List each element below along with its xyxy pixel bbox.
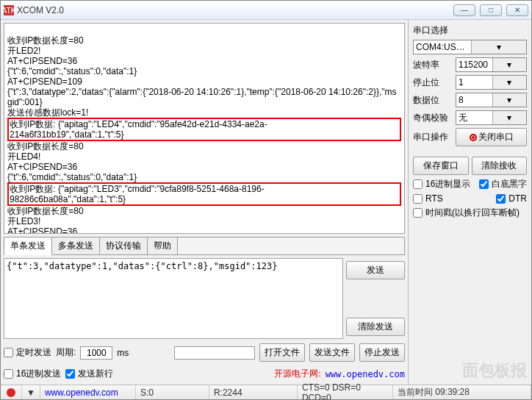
chevron-down-icon: ▾ xyxy=(492,93,527,107)
footer-text: 开源电子网: xyxy=(274,368,320,380)
status-dropdown[interactable]: ▼ xyxy=(22,385,40,399)
chevron-down-icon: ▾ xyxy=(492,111,527,124)
baud-label: 波特率 xyxy=(413,59,451,71)
watermark: 面包板报 xyxy=(462,360,527,382)
status-sent: S:0 xyxy=(136,385,209,399)
app-icon: ATK xyxy=(4,5,14,15)
hex-send-checkbox[interactable]: 16进制发送 xyxy=(4,368,61,380)
log-line: 收到IP数据长度=80 xyxy=(7,206,84,216)
parity-label: 奇偶校验 xyxy=(413,112,451,124)
clear-recv-button[interactable]: 清除接收 xyxy=(472,157,528,175)
timestamp-checkbox[interactable]: 时间戳(以换行回车断帧) xyxy=(413,207,527,219)
log-line: 开LED4! xyxy=(7,151,40,162)
stop-combo[interactable]: 1▾ xyxy=(456,75,527,90)
log-line: {"t":6,"cmdid":,"status":0,"data":1} xyxy=(7,172,137,182)
send-newline-checkbox[interactable]: 发送新行 xyxy=(65,368,113,380)
status-bar: ▼ www.openedv.com S:0 R:2244 CTS=0 DSR=0… xyxy=(1,385,531,399)
record-icon xyxy=(470,134,477,141)
log-line: 收到IP数据长度=80 xyxy=(7,141,84,151)
log-line: 发送传感数据lock=1! xyxy=(7,107,88,118)
hex-display-checkbox[interactable]: 16进制显示 xyxy=(413,178,470,190)
send-file-button[interactable]: 发送文件 xyxy=(309,343,355,362)
tab-multi-send[interactable]: 多条发送 xyxy=(52,238,100,254)
status-time: 当前时间 09:39:28 xyxy=(393,385,531,399)
minimize-button[interactable]: — xyxy=(453,4,475,16)
chevron-down-icon: ▾ xyxy=(471,40,527,54)
highlight-box-1: 收到IP数据: {"apitag":"LED4","cmdid":"95afe4… xyxy=(7,118,401,141)
port-combo[interactable]: COM4:USB-SERIAL CH340▾ xyxy=(413,40,527,54)
log-line: 开LED3! xyxy=(7,216,40,226)
status-recv: R:2244 xyxy=(209,385,298,399)
log-line: 开LED2! xyxy=(7,46,40,56)
log-line: AT+CIPSEND=36 xyxy=(7,56,77,66)
timed-send-checkbox[interactable]: 定时发送 xyxy=(4,346,51,359)
chevron-down-icon: ▾ xyxy=(492,76,527,89)
svg-text:ATK: ATK xyxy=(4,5,14,14)
stop-send-button[interactable]: 停止发送 xyxy=(359,343,405,362)
clear-send-button[interactable]: 清除发送 xyxy=(346,318,405,336)
port-op-button[interactable]: 关闭串口 xyxy=(456,128,527,146)
filepath-input[interactable] xyxy=(174,346,255,360)
log-line: AT+CIPSEND=36 xyxy=(7,226,77,234)
sidebar: 串口选择 COM4:USB-SERIAL CH340▾ 波特率 115200▾ … xyxy=(408,20,531,385)
white-bg-checkbox[interactable]: 白底黑字 xyxy=(479,178,527,190)
data-combo[interactable]: 8▾ xyxy=(456,93,527,107)
baud-combo[interactable]: 115200▾ xyxy=(456,57,527,72)
log-line: AT+CIPSEND=36 xyxy=(7,162,77,172)
maximize-button[interactable]: □ xyxy=(480,4,502,16)
period-unit: ms xyxy=(117,348,129,358)
status-url[interactable]: www.openedv.com xyxy=(40,385,136,399)
send-button[interactable]: 发送 xyxy=(346,261,405,279)
dtr-checkbox[interactable]: DTR xyxy=(496,193,527,204)
save-window-button[interactable]: 保存窗口 xyxy=(413,157,469,175)
log-line: {"t":3,"datatype":2,"datas":{"alarm":{"2… xyxy=(7,87,397,107)
log-line: 收到IP数据长度=80 xyxy=(7,35,84,46)
parity-combo[interactable]: 无▾ xyxy=(456,110,527,125)
tab-protocol[interactable]: 协议传输 xyxy=(100,238,148,254)
tab-bar: 单条发送 多条发送 协议传输 帮助 xyxy=(4,237,405,255)
period-label: 周期: xyxy=(56,346,76,359)
window-title: XCOM V2.0 xyxy=(17,5,453,15)
titlebar: ATK XCOM V2.0 — □ ✕ xyxy=(1,1,531,20)
log-line: AT+CIPSEND=109 xyxy=(7,76,82,87)
period-input[interactable] xyxy=(80,346,112,360)
chevron-down-icon: ▾ xyxy=(492,58,527,71)
log-line: {"t":6,"cmdid":,"status":0,"data":1} xyxy=(7,66,137,76)
status-indicator xyxy=(1,385,22,399)
close-button[interactable]: ✕ xyxy=(506,4,528,16)
log-output[interactable]: 收到IP数据长度=80 开LED2! AT+CIPSEND=36 {"t":6,… xyxy=(4,23,405,234)
port-op-label: 串口操作 xyxy=(413,131,451,143)
open-file-button[interactable]: 打开文件 xyxy=(259,343,305,362)
tab-single-send[interactable]: 单条发送 xyxy=(4,238,52,255)
tab-help[interactable]: 帮助 xyxy=(148,238,178,254)
footer-link[interactable]: www.openedv.com xyxy=(326,369,405,379)
rts-checkbox[interactable]: RTS xyxy=(413,193,443,204)
data-label: 数据位 xyxy=(413,94,451,107)
status-lines: CTS=0 DSR=0 DCD=0 xyxy=(298,385,393,399)
send-textarea[interactable]: {"t":3,"datatype":1,"datas":{"ctrl":8},"… xyxy=(4,258,343,339)
stop-label: 停止位 xyxy=(413,76,451,89)
port-choice-label: 串口选择 xyxy=(413,24,527,37)
highlight-box-2: 收到IP数据: {"apitag":"LED3","cmdid":"9cfa89… xyxy=(7,182,401,206)
